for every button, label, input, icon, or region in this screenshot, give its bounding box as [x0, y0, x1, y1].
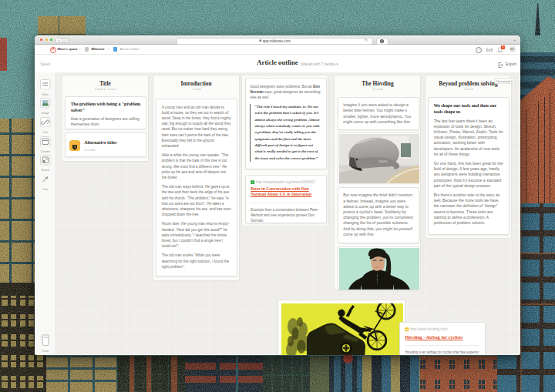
svg-text:SAHN: SAHN — [378, 160, 388, 163]
svg-text:?: ? — [74, 145, 76, 149]
